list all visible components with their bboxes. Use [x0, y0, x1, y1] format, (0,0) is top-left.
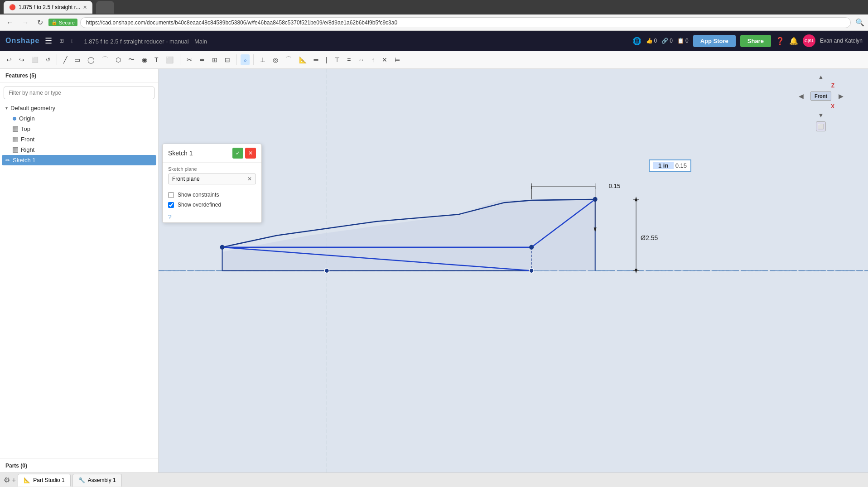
- assembly-label: Assembly 1: [88, 477, 116, 483]
- poly-btn[interactable]: ⬡: [113, 54, 124, 65]
- nav-refresh-btn[interactable]: ↻: [34, 17, 46, 28]
- equal-btn[interactable]: =: [344, 54, 353, 65]
- part-studio-tab[interactable]: 📐 Part Studio 1: [18, 474, 70, 487]
- tab-close-btn[interactable]: ✕: [83, 5, 87, 10]
- slot-btn[interactable]: ⬜: [163, 54, 176, 65]
- links-counter[interactable]: 🔗 0: [661, 38, 673, 44]
- xdim-btn[interactable]: ✕: [379, 54, 390, 65]
- help-btn[interactable]: ❓: [776, 37, 785, 45]
- canvas-area[interactable]: 0.15 Ø2.55 0.15 ▲ ◀ Z: [159, 69, 868, 473]
- sketch-cancel-btn[interactable]: ✕: [245, 148, 256, 159]
- copy-btn[interactable]: ⬜: [29, 55, 41, 65]
- header-tool-2[interactable]: ↕: [68, 37, 75, 45]
- circle-btn[interactable]: ◯: [85, 54, 97, 65]
- secure-badge: 🔒 Secure: [48, 19, 77, 26]
- sketch-help-icon[interactable]: ?: [163, 212, 261, 222]
- nav-arrows-top[interactable]: ▲: [796, 72, 845, 82]
- dim-btn[interactable]: ↔: [355, 54, 367, 65]
- arc-btn[interactable]: ⌒: [99, 54, 111, 66]
- show-constraints-row[interactable]: Show constraints: [168, 192, 256, 198]
- tangent-btn[interactable]: ⌒: [283, 54, 294, 66]
- select-btn[interactable]: ⬦: [241, 54, 250, 65]
- sketch-icon: ✏: [5, 157, 10, 164]
- redo-btn[interactable]: ↪: [16, 54, 27, 65]
- point-btn[interactable]: ◉: [139, 54, 150, 65]
- show-constraints-checkbox[interactable]: [168, 192, 174, 198]
- nav-arrow-down[interactable]: ▼: [816, 111, 825, 120]
- view-cube[interactable]: Z Front X: [807, 82, 834, 110]
- onshape-logo[interactable]: Onshape: [5, 37, 39, 45]
- plane-close-icon[interactable]: ✕: [247, 176, 252, 182]
- header-right-section: 🌐 👍 0 🔗 0 📋 0 App Store Share ❓ 🔔 G|S1 E…: [632, 34, 863, 47]
- sketch-plane-label: Sketch plane: [168, 166, 256, 172]
- browser-tab-active[interactable]: 🔴 1.875 f to 2.5 f straight r... ✕: [4, 1, 92, 14]
- right-plane-item[interactable]: Right: [0, 145, 158, 155]
- text-btn[interactable]: T: [152, 54, 161, 65]
- spline-btn[interactable]: 〜: [125, 54, 137, 66]
- address-bar[interactable]: https://cad.onshape.com/documents/b40c8e…: [80, 17, 851, 28]
- nav-arrow-left[interactable]: ◀: [796, 92, 805, 101]
- browser-tab-empty[interactable]: [96, 1, 114, 14]
- sketch-confirm-btn[interactable]: ✓: [232, 148, 243, 159]
- front-plane-item[interactable]: Front: [0, 134, 158, 145]
- search-input[interactable]: [4, 87, 154, 99]
- dimension-input-overlay: 0.15: [649, 159, 691, 172]
- browser-chrome: 🔴 1.875 f to 2.5 f straight r... ✕: [0, 0, 868, 14]
- sketch1-item[interactable]: ✏ Sketch 1: [2, 155, 156, 165]
- undo-btn[interactable]: ↩: [4, 54, 14, 65]
- origin-item[interactable]: Origin: [0, 113, 158, 124]
- header-menu-btn[interactable]: ☰: [45, 36, 52, 46]
- settings-btn[interactable]: ⚙: [4, 476, 10, 484]
- measure-btn[interactable]: 📐: [296, 54, 309, 65]
- vertical-btn[interactable]: |: [323, 54, 330, 65]
- expand-arrow: ▾: [5, 106, 8, 111]
- sketch-plane-section: Sketch plane Front plane ✕: [163, 163, 261, 188]
- constraint-btn[interactable]: ◎: [270, 54, 281, 65]
- rect-btn[interactable]: ▭: [72, 54, 83, 65]
- top-plane-item[interactable]: Top: [0, 124, 158, 134]
- mirror-btn[interactable]: ⤄: [197, 54, 207, 65]
- line-btn[interactable]: ╱: [61, 54, 70, 65]
- default-geometry-header[interactable]: ▾ Default geometry: [0, 103, 158, 113]
- default-geometry-label: Default geometry: [10, 105, 55, 111]
- close-icon: ✕: [248, 150, 253, 156]
- coincident-btn[interactable]: ⊥: [257, 54, 268, 65]
- nav-arrow-right[interactable]: ▶: [836, 92, 845, 101]
- assembly-tab[interactable]: 🔧 Assembly 1: [72, 474, 122, 487]
- show-overdefined-checkbox[interactable]: [168, 202, 174, 208]
- zoom-fit-btn[interactable]: ⬜: [816, 121, 826, 131]
- header-tool-1[interactable]: ⊞: [58, 37, 66, 45]
- likes-counter[interactable]: 👍 0: [646, 38, 657, 44]
- add-tab-btn[interactable]: +: [12, 476, 16, 484]
- part-studio-label: Part Studio 1: [33, 477, 64, 483]
- parallel-btn[interactable]: ═: [311, 54, 321, 65]
- nav-search-icon[interactable]: 🔍: [855, 18, 864, 27]
- nav-forward-btn[interactable]: →: [19, 18, 32, 28]
- app-store-btn[interactable]: App Store: [693, 35, 736, 47]
- versions-counter[interactable]: 📋 0: [677, 38, 689, 44]
- front-plane-label: Front: [21, 136, 34, 143]
- trim-btn[interactable]: ✂: [184, 54, 195, 65]
- transform-btn[interactable]: ⊞: [209, 54, 220, 65]
- sketch-options: Show constraints Show overdefined: [163, 188, 261, 212]
- right-plane-label: Right: [21, 146, 34, 153]
- more-dims-btn[interactable]: ⊨: [392, 54, 403, 65]
- globe-btn[interactable]: 🌐: [632, 37, 641, 45]
- dimension-input[interactable]: [653, 162, 674, 169]
- show-overdefined-row[interactable]: Show overdefined: [168, 202, 256, 208]
- paste-btn[interactable]: ↺: [43, 55, 53, 65]
- hdim-btn[interactable]: ↑: [369, 54, 377, 65]
- browser-nav: ← → ↻ 🔒 Secure https://cad.onshape.com/d…: [0, 14, 868, 31]
- perp-btn[interactable]: ⊤: [332, 54, 342, 65]
- notifications-btn[interactable]: 🔔: [789, 37, 798, 45]
- main-layout: Features (5) ▾ Default geometry Origin T…: [0, 69, 868, 473]
- view-cube-area: ▲ ◀ Z Front X ▶ ▼ ⬜: [796, 72, 845, 131]
- nav-back-btn[interactable]: ←: [4, 18, 16, 28]
- pattern-btn[interactable]: ⊟: [222, 54, 233, 65]
- front-face-label[interactable]: Front: [810, 92, 831, 101]
- toolbar-sep-2: [180, 54, 180, 65]
- sketch-panel: Sketch 1 ✓ ✕ Sketch plane Front plane ✕ …: [162, 144, 262, 223]
- share-btn[interactable]: Share: [740, 35, 771, 47]
- toolbar: ↩ ↪ ⬜ ↺ ╱ ▭ ◯ ⌒ ⬡ 〜 ◉ T ⬜ ✂ ⤄ ⊞ ⊟ ⬦ ⊥ ◎ …: [0, 51, 868, 69]
- sketch-plane-value-text: Front plane: [172, 176, 200, 182]
